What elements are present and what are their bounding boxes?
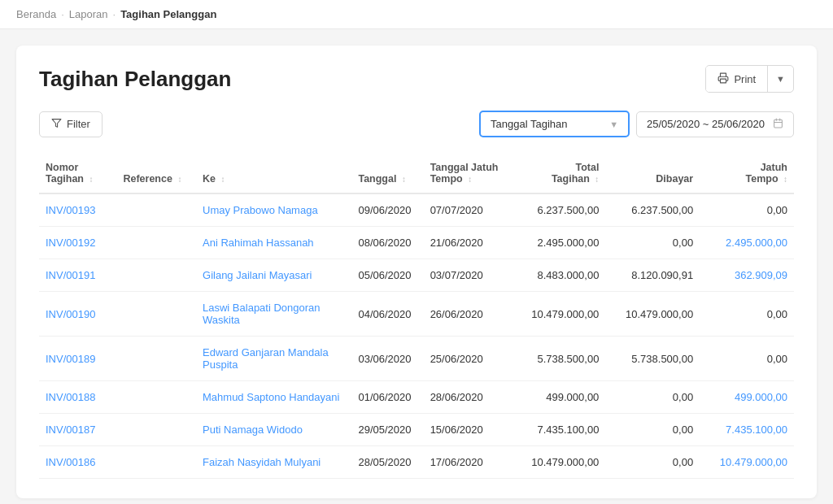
cell-ke[interactable]: Gilang Jailani Mayasari xyxy=(196,259,351,292)
cell-total-tagihan: 10.479.000,00 xyxy=(512,292,606,337)
sort-icon-reference[interactable]: ↕ xyxy=(177,175,181,184)
cell-nomor[interactable]: INV/00188 xyxy=(39,381,116,414)
sort-icon-jatuh-tempo[interactable]: ↕ xyxy=(468,175,472,184)
cell-dibayar: 0,00 xyxy=(605,446,700,479)
cell-nomor[interactable]: INV/00186 xyxy=(39,446,116,479)
sort-icon-tanggal[interactable]: ↕ xyxy=(402,175,406,184)
cell-ke[interactable]: Ani Rahimah Hassanah xyxy=(196,227,351,259)
customer-link[interactable]: Puti Namaga Widodo xyxy=(203,424,303,436)
customer-link[interactable]: Umay Prabowo Namaga xyxy=(203,204,318,216)
svg-rect-0 xyxy=(721,79,726,83)
filter-button[interactable]: Filter xyxy=(39,111,102,137)
invoice-link[interactable]: INV/00186 xyxy=(46,456,95,468)
cell-jatuh-val: 0,00 xyxy=(700,292,794,337)
col-header-tanggal: Tanggal ↕ xyxy=(351,154,423,193)
date-filter-label: Tanggal Tagihan xyxy=(491,118,567,130)
cell-reference xyxy=(116,446,196,479)
invoices-table: NomorTagihan ↕ Reference ↕ Ke ↕ Tanggal … xyxy=(39,154,794,479)
date-range-input[interactable]: 25/05/2020 ~ 25/06/2020 xyxy=(636,111,794,137)
breadcrumb-home[interactable]: Beranda xyxy=(16,8,56,20)
cell-reference xyxy=(116,193,196,227)
customer-link[interactable]: Ani Rahimah Hassanah xyxy=(203,237,314,249)
print-dropdown-button[interactable]: ▼ xyxy=(768,68,793,89)
table-row: INV/00189Edward Ganjaran Mandala Puspita… xyxy=(39,337,794,381)
cell-jatuh-tempo: 21/06/2020 xyxy=(424,227,512,259)
col-header-dibayar: Dibayar xyxy=(605,154,700,193)
breadcrumb-reports[interactable]: Laporan xyxy=(69,8,108,20)
sort-icon-total[interactable]: ↕ xyxy=(595,175,599,184)
cell-reference xyxy=(116,259,196,292)
sort-icon-jatuh-val[interactable]: ↕ xyxy=(783,175,787,184)
cell-jatuh-tempo: 15/06/2020 xyxy=(424,414,512,446)
cell-reference xyxy=(116,227,196,259)
print-label: Print xyxy=(734,73,756,85)
printer-icon xyxy=(717,72,729,86)
col-header-jatuh-val: JatuhTempo ↕ xyxy=(700,154,794,193)
customer-link[interactable]: Laswi Balapati Dongoran Waskita xyxy=(203,302,321,326)
cell-jatuh-tempo: 28/06/2020 xyxy=(424,381,512,414)
cell-ke[interactable]: Puti Namaga Widodo xyxy=(196,414,351,446)
cell-jatuh-tempo: 07/07/2020 xyxy=(424,193,512,227)
cell-jatuh-tempo: 26/06/2020 xyxy=(424,292,512,337)
cell-nomor[interactable]: INV/00189 xyxy=(39,337,116,381)
cell-tanggal: 05/06/2020 xyxy=(351,259,423,292)
table-row: INV/00193Umay Prabowo Namaga09/06/202007… xyxy=(39,193,794,227)
table-row: INV/00188Mahmud Saptono Handayani01/06/2… xyxy=(39,381,794,414)
cell-ke[interactable]: Faizah Nasyidah Mulyani xyxy=(196,446,351,479)
sort-icon-ke[interactable]: ↕ xyxy=(220,175,225,184)
cell-tanggal: 01/06/2020 xyxy=(351,381,423,414)
print-button[interactable]: Print xyxy=(706,67,767,92)
table-row: INV/00192Ani Rahimah Hassanah08/06/20202… xyxy=(39,227,794,259)
chevron-down-icon: ▼ xyxy=(609,119,618,129)
cell-ke[interactable]: Edward Ganjaran Mandala Puspita xyxy=(196,337,351,381)
col-header-reference: Reference ↕ xyxy=(116,154,196,193)
customer-link[interactable]: Edward Ganjaran Mandala Puspita xyxy=(203,346,329,371)
cell-reference xyxy=(116,414,196,446)
cell-dibayar: 0,00 xyxy=(605,381,700,414)
sort-icon-nomor[interactable]: ↕ xyxy=(89,175,93,184)
cell-dibayar: 6.237.500,00 xyxy=(605,193,700,227)
cell-nomor[interactable]: INV/00191 xyxy=(39,259,116,292)
cell-jatuh-val: 362.909,09 xyxy=(700,259,794,292)
filter-label: Filter xyxy=(67,118,90,130)
customer-link[interactable]: Faizah Nasyidah Mulyani xyxy=(203,456,321,468)
breadcrumb-current: Tagihan Pelanggan xyxy=(120,8,216,20)
cell-total-tagihan: 10.479.000,00 xyxy=(512,446,606,479)
cell-tanggal: 04/06/2020 xyxy=(351,292,423,337)
cell-ke[interactable]: Mahmud Saptono Handayani xyxy=(196,381,351,414)
toolbar-right: Tanggal Tagihan ▼ 25/05/2020 ~ 25/06/202… xyxy=(479,111,794,137)
col-header-nomor: NomorTagihan ↕ xyxy=(39,154,116,193)
breadcrumb-sep1: · xyxy=(61,8,64,20)
cell-ke[interactable]: Laswi Balapati Dongoran Waskita xyxy=(196,292,351,337)
invoice-link[interactable]: INV/00193 xyxy=(46,204,95,216)
date-filter-select[interactable]: Tanggal Tagihan ▼ xyxy=(479,111,630,137)
cell-nomor[interactable]: INV/00193 xyxy=(39,193,116,227)
invoice-link[interactable]: INV/00190 xyxy=(46,308,95,320)
cell-jatuh-val: 10.479.000,00 xyxy=(700,446,794,479)
customer-link[interactable]: Gilang Jailani Mayasari xyxy=(203,269,312,281)
cell-ke[interactable]: Umay Prabowo Namaga xyxy=(196,193,351,227)
invoice-link[interactable]: INV/00188 xyxy=(46,391,95,403)
cell-nomor[interactable]: INV/00187 xyxy=(39,414,116,446)
invoice-link[interactable]: INV/00192 xyxy=(46,237,95,249)
table-row: INV/00186Faizah Nasyidah Mulyani28/05/20… xyxy=(39,446,794,479)
table-row: INV/00190Laswi Balapati Dongoran Waskita… xyxy=(39,292,794,337)
cell-nomor[interactable]: INV/00190 xyxy=(39,292,116,337)
cell-dibayar: 5.738.500,00 xyxy=(605,337,700,381)
customer-link[interactable]: Mahmud Saptono Handayani xyxy=(203,391,339,403)
cell-jatuh-val: 7.435.100,00 xyxy=(700,414,794,446)
col-header-jatuh-tempo: Tanggal JatuhTempo ↕ xyxy=(424,154,512,193)
cell-dibayar: 10.479.000,00 xyxy=(605,292,700,337)
cell-jatuh-val: 0,00 xyxy=(700,193,794,227)
invoice-link[interactable]: INV/00191 xyxy=(46,269,95,281)
invoice-link[interactable]: INV/00187 xyxy=(46,424,95,436)
invoice-link[interactable]: INV/00189 xyxy=(46,353,95,365)
cell-jatuh-val: 2.495.000,00 xyxy=(700,227,794,259)
cell-dibayar: 0,00 xyxy=(605,414,700,446)
cell-nomor[interactable]: INV/00192 xyxy=(39,227,116,259)
toolbar: Filter Tanggal Tagihan ▼ 25/05/2020 ~ 25… xyxy=(39,111,794,137)
main-content: Tagihan Pelanggan Print ▼ xyxy=(16,46,817,498)
cell-dibayar: 8.120.090,91 xyxy=(605,259,700,292)
svg-marker-1 xyxy=(52,119,61,127)
cell-jatuh-tempo: 17/06/2020 xyxy=(424,446,512,479)
